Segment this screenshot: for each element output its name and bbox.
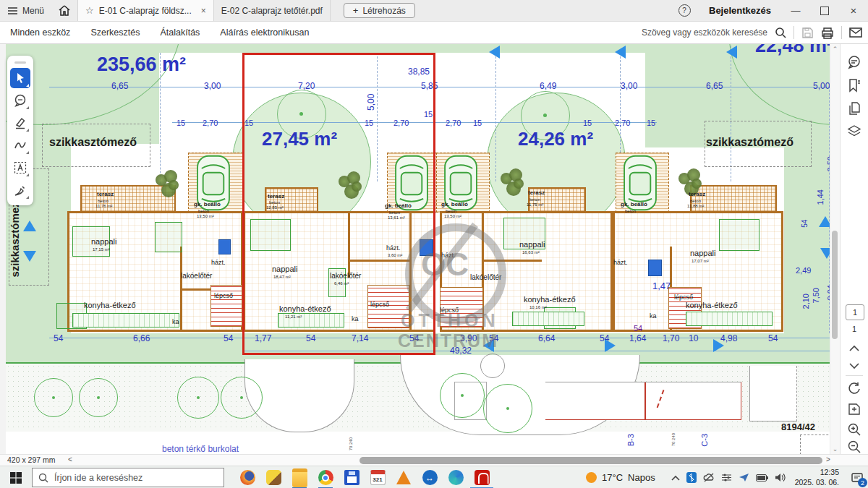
hscroll-left-icon[interactable]: < <box>68 455 72 463</box>
title-bar: Menü ☆ E-01 C-alaprajz földsz... × E-02 … <box>0 0 868 22</box>
page-thumbnails-icon[interactable] <box>846 100 862 116</box>
horizontal-scroll-thumb[interactable] <box>359 457 822 464</box>
fill-sign-tool-button[interactable] <box>10 180 30 200</box>
acrobat-icon[interactable] <box>469 466 495 488</box>
snapshot-icon[interactable] <box>846 401 862 417</box>
floor-plan-canvas[interactable]: 235,66 m²27,45 m²24,26 m²22,48 m²38,856,… <box>6 44 830 454</box>
speaker-icon[interactable] <box>775 473 786 482</box>
plan-label: B-3 <box>627 434 636 446</box>
send-plane-icon[interactable] <box>739 473 749 482</box>
plan-label: 54 <box>600 334 609 343</box>
home-button[interactable] <box>51 0 77 21</box>
sign-in-button[interactable]: Bejelentkezés <box>709 5 771 16</box>
plan-label: 6,65 <box>111 82 128 91</box>
plan-label: C-3 <box>701 434 710 447</box>
plan-label: 54 <box>634 325 642 333</box>
vertical-scroll-thumb[interactable] <box>832 231 838 339</box>
plan-label: beton <box>98 199 109 203</box>
save-icon[interactable] <box>801 27 814 39</box>
plan-label: 6,65 <box>706 82 723 91</box>
windows-icon <box>10 472 22 484</box>
vertical-scrollbar[interactable]: ⌃ ⌄ <box>830 44 840 454</box>
menu-label: Menü <box>22 6 44 16</box>
draw-tool-button[interactable] <box>10 135 30 155</box>
plan-label: beton térkő burkolat <box>162 445 239 454</box>
tab-title: E-01 C-alaprajz földsz... <box>99 6 192 16</box>
settings-sliders-icon[interactable] <box>721 473 732 482</box>
vlc-icon[interactable] <box>391 466 417 488</box>
menu-szerkesztes[interactable]: Szerkesztés <box>80 27 150 38</box>
maximize-button[interactable] <box>810 0 839 21</box>
save-tool-icon[interactable] <box>339 466 365 488</box>
bluetooth-icon[interactable] <box>686 472 697 483</box>
bookmarks-panel-icon[interactable] <box>846 77 862 93</box>
menu-alairas[interactable]: Aláírás elektronikusan <box>210 27 319 38</box>
search-icon[interactable] <box>775 27 786 38</box>
minimize-button[interactable]: — <box>781 0 810 21</box>
file-explorer-icon[interactable] <box>286 466 312 488</box>
add-text-tool-button[interactable] <box>10 158 30 178</box>
tab-e01[interactable]: ☆ E-01 C-alaprajz földsz... × <box>77 0 214 21</box>
washer <box>648 260 662 276</box>
highlight-tool-button[interactable] <box>10 113 30 133</box>
mail-icon[interactable] <box>849 27 862 38</box>
notification-center[interactable]: 2 <box>846 466 868 488</box>
zoom-in-icon[interactable] <box>846 421 862 437</box>
plan-label: házt. <box>613 260 628 266</box>
add-comment-tool-button[interactable] <box>10 90 30 111</box>
plan-label: 11,88 m² <box>687 204 704 208</box>
search-label[interactable]: Szöveg vagy eszközök keresése <box>642 27 767 38</box>
weather-widget[interactable]: 17°C Napos <box>586 472 655 483</box>
highlight-rectangle[interactable] <box>242 53 435 355</box>
hscroll-right-icon[interactable]: > <box>826 455 830 463</box>
select-tool-button[interactable] <box>10 68 30 88</box>
page-number-input[interactable]: 1 <box>846 304 864 320</box>
help-button[interactable]: ? <box>670 0 699 21</box>
menu-minden-eszkoz[interactable]: Minden eszköz <box>0 27 80 38</box>
previous-page-icon[interactable] <box>846 341 862 356</box>
firefox-icon[interactable] <box>234 466 260 488</box>
comments-panel-icon[interactable] <box>846 54 862 70</box>
scroll-up-icon[interactable]: ⌃ <box>830 46 840 53</box>
palette-drag-handle[interactable] <box>14 61 26 64</box>
close-button[interactable]: × <box>839 0 868 21</box>
taskbar-search-input[interactable]: Írjon ide a kereséshez <box>32 468 224 487</box>
plan-label: 2,70 <box>203 119 218 128</box>
label-box <box>800 435 830 454</box>
tree-symbol <box>154 170 179 199</box>
next-page-icon[interactable] <box>846 358 862 374</box>
start-button[interactable] <box>0 466 32 488</box>
zoom-out-icon[interactable] <box>846 439 862 455</box>
scroll-down-icon[interactable]: ⌄ <box>830 445 840 453</box>
chrome-icon[interactable] <box>312 466 339 488</box>
marker-triangle <box>819 216 830 227</box>
layers-panel-icon[interactable] <box>846 124 862 140</box>
edge-icon[interactable] <box>443 466 469 488</box>
create-button[interactable]: + Létrehozás <box>344 3 415 18</box>
print-icon[interactable] <box>821 27 834 39</box>
plan-label: 6,49 <box>540 82 556 91</box>
calendar-app-icon[interactable]: 321 <box>365 466 391 488</box>
plan-label: beton <box>198 209 209 213</box>
plan-label: beton <box>529 197 540 202</box>
weather-temp: 17°C <box>602 472 623 483</box>
help-icon: ? <box>678 4 691 17</box>
plan-label: beton <box>625 209 636 213</box>
maximize-icon <box>820 7 829 15</box>
app-menu-button[interactable]: Menü <box>0 0 51 21</box>
rotate-page-icon[interactable] <box>846 381 862 397</box>
tray-expand-icon[interactable] <box>671 475 680 481</box>
teamviewer-icon[interactable]: ↔ <box>417 466 443 488</box>
kitchen-counter <box>72 313 179 328</box>
tab-e02[interactable]: E-02 C-alaprajz tetőtér.pdf <box>214 0 331 21</box>
plan-label: 2,70 <box>446 119 461 128</box>
paint-app-icon[interactable] <box>260 466 286 488</box>
clock[interactable]: 12:35 2025. 03. 06. <box>795 468 839 487</box>
onedrive-offline-icon[interactable] <box>703 473 715 482</box>
tree-symbol <box>499 168 524 197</box>
plan-label: beton <box>690 199 701 203</box>
close-tab-icon[interactable]: × <box>197 6 206 16</box>
battery-icon[interactable] <box>756 474 768 481</box>
menu-atalakitas[interactable]: Átalakítás <box>150 27 210 38</box>
search-icon <box>38 473 48 483</box>
